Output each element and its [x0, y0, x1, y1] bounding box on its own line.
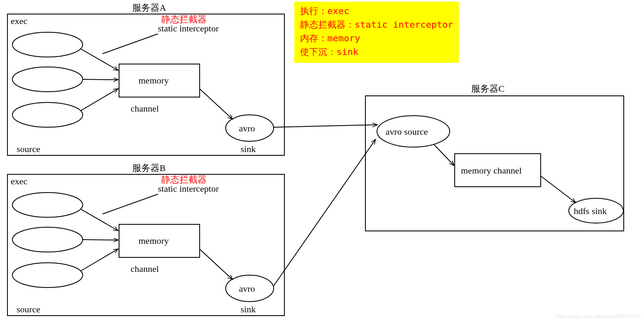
watermark: https://blog.csdn.net/zimiao552147572 [556, 314, 641, 319]
legend-line-1: 执行：exec [300, 4, 453, 18]
arrow-a-src1-mem [81, 49, 118, 70]
server-c-hdfs-sink-label: hdfs sink [574, 206, 607, 216]
server-a-source-1 [12, 32, 83, 57]
arrow-b-to-c [274, 140, 375, 286]
server-a-source-3 [12, 102, 83, 127]
server-a-exec-label: exec [11, 16, 27, 26]
server-b-source-label: source [17, 304, 40, 315]
line-a-interceptor [103, 34, 158, 54]
server-c-title: 服务器C [471, 83, 505, 95]
arrow-c-src-chan [434, 145, 454, 165]
line-b-interceptor [103, 194, 158, 214]
arrow-b-mem-avro [200, 249, 232, 279]
server-b-interceptor-en: static interceptor [158, 183, 219, 194]
legend-line-3: 内存：memory [300, 31, 453, 45]
arrow-a-src3-mem [81, 89, 118, 111]
server-b-exec-label: exec [11, 176, 27, 187]
server-c-memory-channel-label: memory channel [461, 165, 522, 176]
server-b-avro-label: avro [239, 283, 255, 294]
server-b-channel-label: channel [131, 264, 159, 274]
server-b-title: 服务器B [132, 162, 166, 174]
arrow-c-chan-sink [541, 176, 575, 202]
server-a-avro-label: avro [239, 123, 255, 134]
server-b-memory-label: memory [138, 235, 169, 246]
server-a-source-2 [12, 67, 83, 92]
arrow-a-to-c [274, 125, 377, 127]
legend-box: 执行：exec 静态拦截器：static interceptor 内存：memo… [294, 2, 459, 63]
arrow-a-src2-mem [83, 79, 118, 80]
legend-line-2: 静态拦截器：static interceptor [300, 18, 453, 31]
server-a-interceptor-en: static interceptor [158, 23, 219, 34]
server-a-memory-label: memory [138, 75, 169, 86]
server-b-sink-label: sink [241, 304, 256, 315]
arrow-b-src2-mem [83, 240, 118, 240]
server-a-title: 服务器A [132, 2, 166, 14]
arrow-b-src3-mem [81, 249, 118, 271]
server-c-avro-source-label: avro source [386, 126, 428, 137]
server-a-source-label: source [17, 144, 40, 155]
server-b-source-2 [12, 227, 83, 252]
arrow-a-mem-avro [200, 89, 232, 119]
server-a-sink-label: sink [241, 144, 256, 155]
legend-line-4: 使下沉：sink [300, 45, 453, 59]
diagram-stage: 服务器A exec 静态拦截器 static interceptor memor… [0, 0, 644, 321]
server-b-source-1 [12, 193, 83, 217]
server-a-channel-label: channel [131, 103, 159, 114]
server-b-source-3 [12, 263, 83, 288]
arrow-b-src1-mem [81, 209, 118, 231]
